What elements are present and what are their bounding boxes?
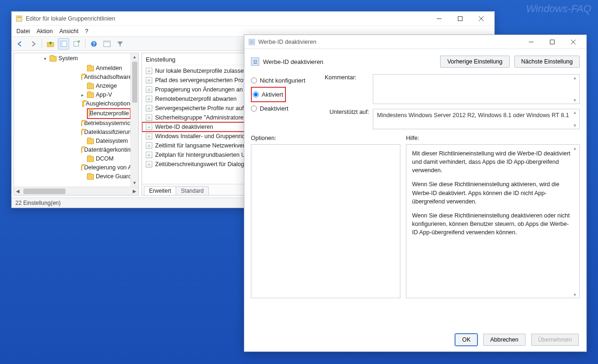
back-button[interactable] [14, 38, 26, 49]
comment-textbox[interactable]: ▲ ▼ [373, 74, 580, 104]
scroll-down-icon[interactable]: ▼ [131, 179, 138, 187]
tree-label: Dateisystem [96, 137, 128, 146]
dialog-titlebar[interactable]: Werbe-ID deaktivieren [244, 35, 586, 49]
tree-node[interactable]: Benutzerprofile [79, 108, 138, 119]
setting-icon: ≡ [146, 68, 152, 74]
tree-node[interactable]: Anmelden [79, 64, 138, 73]
dialog-heading: Werbe-ID deaktivieren [263, 58, 323, 65]
comment-label: Kommentar: [325, 74, 369, 81]
policy-icon: ☳ [251, 57, 259, 66]
dialog-title-icon [248, 38, 256, 46]
folder-icon [82, 101, 84, 107]
tree-horizontal-scrollbar[interactable]: ◀ ▶ [14, 187, 138, 195]
help-paragraph: Wenn Sie diese Richtlinieneinstellung ak… [412, 180, 574, 205]
setting-label: Nur lokale Benutzerprofile zulassen [155, 68, 247, 74]
svg-text:?: ? [93, 42, 95, 47]
setting-icon: ≡ [146, 161, 152, 168]
show-hide-tree-button[interactable] [58, 38, 69, 49]
tree-node[interactable]: Device Guard [79, 172, 138, 181]
tree-label: DCOM [96, 154, 114, 163]
forward-button[interactable] [28, 38, 39, 49]
scroll-left-icon[interactable]: ◀ [14, 189, 21, 194]
tree-node[interactable]: Datenträgerkontingente [79, 146, 138, 154]
spin-up-icon[interactable]: ▲ [573, 110, 577, 115]
svg-rect-0 [16, 16, 22, 21]
folder-icon [87, 139, 94, 144]
tree-node[interactable]: DCOM [79, 154, 138, 163]
supported-label: Unterstützt auf: [325, 109, 369, 115]
export-list-button[interactable] [71, 38, 82, 49]
scroll-up-icon[interactable]: ▲ [131, 53, 138, 61]
menu-file[interactable]: Datei [16, 28, 30, 35]
panel-button[interactable] [101, 38, 113, 49]
tree-node[interactable]: Dateisystem [79, 137, 138, 146]
menu-view[interactable]: Ansicht [59, 28, 78, 35]
tree-node[interactable]: Betriebssystemrichtlinien [79, 119, 138, 128]
apply-button[interactable]: Übernehmen [531, 334, 579, 346]
tree-node[interactable]: Dateiklassifizierungsinfra [79, 128, 138, 137]
setting-label: Zeitlimit für langsame Netzwerkverb [155, 142, 248, 149]
minimize-button[interactable] [428, 12, 449, 25]
menu-help[interactable]: ? [85, 28, 88, 35]
tree-vertical-scrollbar[interactable]: ▲ ▼ [130, 53, 138, 187]
folder-icon [81, 121, 82, 126]
close-button[interactable] [470, 12, 491, 25]
svg-rect-16 [250, 42, 254, 43]
spin-up-icon[interactable]: ▲ [573, 76, 577, 80]
tab-extended[interactable]: Erweitert [144, 186, 176, 195]
tree-node[interactable]: Anzeige [79, 82, 138, 91]
status-text: 22 Einstellung(en) [15, 200, 61, 206]
tree-label: System [58, 54, 78, 63]
expand-icon[interactable]: ▸ [79, 91, 85, 99]
spin-down-icon[interactable]: ▼ [573, 292, 577, 297]
radio-label: Aktiviert [262, 91, 283, 98]
spin-up-icon[interactable]: ▲ [573, 146, 577, 150]
help-button[interactable]: ? [88, 38, 100, 49]
tree-node[interactable]: Ausgleichsoptionen [79, 99, 138, 108]
tree-label: Anmelden [96, 64, 122, 73]
setting-icon: ≡ [146, 105, 152, 112]
dialog-minimize-button[interactable] [520, 35, 541, 49]
maximize-button[interactable] [449, 12, 470, 25]
prev-setting-button[interactable]: Vorherige Einstellung [440, 56, 509, 68]
menu-action[interactable]: Aktion [36, 28, 53, 35]
tab-standard[interactable]: Standard [176, 186, 209, 195]
next-setting-button[interactable]: Nächste Einstellung [514, 56, 580, 68]
help-textbox[interactable]: Mit dieser Richtlinieneinstellung wird d… [406, 144, 580, 298]
radio-enabled[interactable]: Aktiviert [253, 91, 283, 98]
tree-node[interactable]: ▸App-V [79, 91, 138, 99]
scroll-right-icon[interactable]: ▶ [131, 189, 138, 194]
cancel-button[interactable]: Abbrechen [483, 334, 525, 346]
dialog-close-button[interactable] [562, 35, 584, 49]
app-icon [15, 15, 23, 22]
help-label: Hilfe: [406, 135, 580, 141]
spin-down-icon[interactable]: ▼ [573, 98, 577, 103]
dialog-maximize-button[interactable] [541, 35, 562, 49]
folder-icon [87, 66, 94, 71]
tree-node-system[interactable]: ▾System [42, 54, 138, 63]
setting-label: Zeitplan für hintergrundbasierten U [155, 152, 245, 158]
folder-icon [87, 174, 94, 180]
spin-down-icon[interactable]: ▼ [573, 123, 577, 128]
hscroll-thumb[interactable] [23, 189, 65, 194]
svg-rect-14 [249, 39, 255, 45]
tree-pane[interactable]: ▾System AnmeldenAntischadsoftware-Frühst… [14, 53, 139, 196]
tree-node[interactable]: Antischadsoftware-Frühst [79, 73, 138, 82]
up-folder-button[interactable] [45, 38, 56, 49]
setting-label: Pfad des servergespeicherten Profil [155, 77, 248, 84]
tree-node[interactable]: Delegierung von Anmeld [79, 163, 138, 172]
ok-button[interactable]: OK [455, 334, 477, 346]
scroll-thumb[interactable] [132, 62, 137, 103]
watermark-text: Windows-FAQ [526, 3, 591, 15]
setting-label: Windows Installer- und Gruppenric [155, 133, 245, 140]
radio-not-configured[interactable]: Nicht konfiguriert [251, 77, 321, 84]
setting-label: Zeitüberschreitungswert für Dialog [155, 161, 244, 168]
radio-disabled[interactable]: Deaktiviert [251, 105, 321, 112]
setting-icon: ≡ [146, 96, 152, 102]
editor-titlebar[interactable]: Editor für lokale Gruppenrichtlinien [12, 12, 494, 26]
folder-icon [81, 75, 82, 80]
folder-icon [89, 110, 90, 117]
setting-icon: ≡ [146, 152, 152, 158]
setting-label: Propagierung von Änderungen an [155, 86, 243, 93]
filter-button[interactable] [114, 38, 126, 49]
